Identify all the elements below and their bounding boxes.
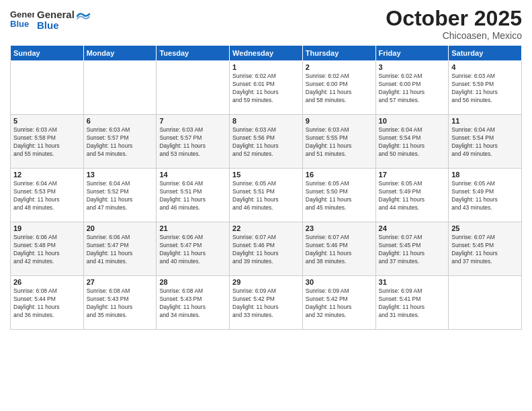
calendar-cell: 26Sunrise: 6:08 AM Sunset: 5:44 PM Dayli…: [11, 276, 84, 330]
calendar-cell: 6Sunrise: 6:03 AM Sunset: 5:57 PM Daylig…: [83, 115, 157, 169]
calendar-cell: 16Sunrise: 6:05 AM Sunset: 5:50 PM Dayli…: [302, 169, 375, 222]
day-info: Sunrise: 6:04 AM Sunset: 5:54 PM Dayligh…: [451, 126, 519, 158]
col-tuesday: Tuesday: [157, 46, 230, 61]
calendar-cell: [83, 61, 157, 115]
day-number: 8: [232, 117, 300, 125]
calendar-cell: 21Sunrise: 6:06 AM Sunset: 5:47 PM Dayli…: [157, 222, 230, 276]
day-info: Sunrise: 6:03 AM Sunset: 5:57 PM Dayligh…: [159, 126, 226, 158]
day-number: 26: [13, 278, 81, 286]
day-number: 27: [87, 278, 154, 286]
calendar-cell: 25Sunrise: 6:07 AM Sunset: 5:45 PM Dayli…: [449, 222, 522, 276]
svg-text:General: General: [10, 9, 34, 19]
logo-wave-icon: [76, 9, 91, 24]
calendar-cell: 10Sunrise: 6:04 AM Sunset: 5:54 PM Dayli…: [375, 115, 449, 169]
calendar-cell: 4Sunrise: 6:03 AM Sunset: 5:59 PM Daylig…: [449, 61, 522, 115]
day-info: Sunrise: 6:08 AM Sunset: 5:44 PM Dayligh…: [13, 287, 81, 320]
day-info: Sunrise: 6:02 AM Sunset: 6:00 PM Dayligh…: [379, 73, 446, 105]
calendar-cell: 5Sunrise: 6:03 AM Sunset: 5:58 PM Daylig…: [11, 115, 84, 169]
day-number: 30: [306, 278, 373, 286]
calendar-body: 1Sunrise: 6:02 AM Sunset: 6:01 PM Daylig…: [11, 61, 522, 330]
day-number: 2: [306, 63, 373, 71]
logo: General Blue General Blue: [10, 7, 91, 34]
calendar-cell: 20Sunrise: 6:06 AM Sunset: 5:47 PM Dayli…: [83, 222, 157, 276]
day-info: Sunrise: 6:05 AM Sunset: 5:49 PM Dayligh…: [451, 180, 519, 212]
day-number: 14: [159, 171, 226, 179]
calendar-cell: 17Sunrise: 6:05 AM Sunset: 5:49 PM Dayli…: [375, 169, 449, 222]
day-number: 4: [451, 63, 519, 71]
calendar-cell: 22Sunrise: 6:07 AM Sunset: 5:46 PM Dayli…: [230, 222, 303, 276]
calendar-cell: 8Sunrise: 6:03 AM Sunset: 5:56 PM Daylig…: [230, 115, 303, 169]
logo-general-text: General: [37, 9, 75, 21]
day-info: Sunrise: 6:05 AM Sunset: 5:49 PM Dayligh…: [379, 180, 446, 212]
day-number: 9: [306, 117, 373, 125]
calendar-cell: [157, 61, 230, 115]
day-info: Sunrise: 6:04 AM Sunset: 5:54 PM Dayligh…: [379, 126, 446, 158]
col-wednesday: Wednesday: [230, 46, 303, 61]
day-info: Sunrise: 6:07 AM Sunset: 5:45 PM Dayligh…: [379, 234, 446, 266]
day-info: Sunrise: 6:07 AM Sunset: 5:46 PM Dayligh…: [306, 234, 373, 266]
calendar-cell: 31Sunrise: 6:09 AM Sunset: 5:41 PM Dayli…: [375, 276, 449, 330]
day-info: Sunrise: 6:08 AM Sunset: 5:43 PM Dayligh…: [159, 287, 226, 320]
day-number: 19: [13, 224, 81, 232]
calendar-week-5: 26Sunrise: 6:08 AM Sunset: 5:44 PM Dayli…: [11, 276, 522, 330]
calendar-cell: 7Sunrise: 6:03 AM Sunset: 5:57 PM Daylig…: [157, 115, 230, 169]
day-number: 18: [451, 171, 519, 179]
day-number: 13: [87, 171, 154, 179]
day-info: Sunrise: 6:04 AM Sunset: 5:52 PM Dayligh…: [87, 180, 154, 212]
calendar-week-3: 12Sunrise: 6:04 AM Sunset: 5:53 PM Dayli…: [11, 169, 522, 222]
calendar-cell: 3Sunrise: 6:02 AM Sunset: 6:00 PM Daylig…: [375, 61, 449, 115]
calendar-cell: 24Sunrise: 6:07 AM Sunset: 5:45 PM Dayli…: [375, 222, 449, 276]
day-info: Sunrise: 6:06 AM Sunset: 5:47 PM Dayligh…: [87, 234, 154, 266]
calendar-cell: 27Sunrise: 6:08 AM Sunset: 5:43 PM Dayli…: [83, 276, 157, 330]
calendar-week-4: 19Sunrise: 6:06 AM Sunset: 5:48 PM Dayli…: [11, 222, 522, 276]
calendar-cell: 9Sunrise: 6:03 AM Sunset: 5:55 PM Daylig…: [302, 115, 375, 169]
day-info: Sunrise: 6:09 AM Sunset: 5:42 PM Dayligh…: [306, 287, 373, 320]
day-number: 7: [159, 117, 226, 125]
day-number: 21: [159, 224, 226, 232]
calendar-cell: 23Sunrise: 6:07 AM Sunset: 5:46 PM Dayli…: [302, 222, 375, 276]
col-sunday: Sunday: [11, 46, 84, 61]
calendar-cell: 14Sunrise: 6:04 AM Sunset: 5:51 PM Dayli…: [157, 169, 230, 222]
calendar-cell: 11Sunrise: 6:04 AM Sunset: 5:54 PM Dayli…: [449, 115, 522, 169]
col-thursday: Thursday: [302, 46, 375, 61]
logo-icon: General Blue: [10, 7, 34, 31]
calendar-cell: [11, 61, 84, 115]
day-number: 31: [379, 278, 446, 286]
day-number: 17: [379, 171, 446, 179]
svg-text:Blue: Blue: [10, 19, 29, 29]
header: General Blue General Blue October 2025 C…: [10, 7, 522, 41]
day-number: 25: [451, 224, 519, 232]
day-number: 12: [13, 171, 81, 179]
day-info: Sunrise: 6:07 AM Sunset: 5:45 PM Dayligh…: [451, 234, 519, 266]
calendar-cell: 18Sunrise: 6:05 AM Sunset: 5:49 PM Dayli…: [449, 169, 522, 222]
day-number: 28: [159, 278, 226, 286]
col-saturday: Saturday: [449, 46, 522, 61]
calendar-cell: 19Sunrise: 6:06 AM Sunset: 5:48 PM Dayli…: [11, 222, 84, 276]
calendar-cell: 13Sunrise: 6:04 AM Sunset: 5:52 PM Dayli…: [83, 169, 157, 222]
day-number: 15: [232, 171, 300, 179]
day-number: 24: [379, 224, 446, 232]
day-info: Sunrise: 6:03 AM Sunset: 5:59 PM Dayligh…: [451, 73, 519, 105]
calendar-cell: 1Sunrise: 6:02 AM Sunset: 6:01 PM Daylig…: [230, 61, 303, 115]
day-number: 16: [306, 171, 373, 179]
day-number: 23: [306, 224, 373, 232]
day-info: Sunrise: 6:09 AM Sunset: 5:42 PM Dayligh…: [232, 287, 300, 320]
day-number: 3: [379, 63, 446, 71]
day-number: 5: [13, 117, 81, 125]
day-number: 29: [232, 278, 300, 286]
day-info: Sunrise: 6:03 AM Sunset: 5:56 PM Dayligh…: [232, 126, 300, 158]
day-info: Sunrise: 6:09 AM Sunset: 5:41 PM Dayligh…: [379, 287, 446, 320]
calendar-cell: 15Sunrise: 6:05 AM Sunset: 5:51 PM Dayli…: [230, 169, 303, 222]
day-info: Sunrise: 6:04 AM Sunset: 5:53 PM Dayligh…: [13, 180, 81, 212]
day-info: Sunrise: 6:07 AM Sunset: 5:46 PM Dayligh…: [232, 234, 300, 266]
calendar-week-2: 5Sunrise: 6:03 AM Sunset: 5:58 PM Daylig…: [11, 115, 522, 169]
logo-blue-text: Blue: [37, 20, 75, 32]
day-info: Sunrise: 6:05 AM Sunset: 5:51 PM Dayligh…: [232, 180, 300, 212]
day-info: Sunrise: 6:06 AM Sunset: 5:48 PM Dayligh…: [13, 234, 81, 266]
day-info: Sunrise: 6:02 AM Sunset: 6:01 PM Dayligh…: [232, 73, 300, 105]
calendar-table: Sunday Monday Tuesday Wednesday Thursday…: [10, 45, 522, 330]
col-monday: Monday: [83, 46, 157, 61]
calendar-cell: 12Sunrise: 6:04 AM Sunset: 5:53 PM Dayli…: [11, 169, 84, 222]
day-number: 10: [379, 117, 446, 125]
month-title: October 2025: [386, 7, 522, 30]
